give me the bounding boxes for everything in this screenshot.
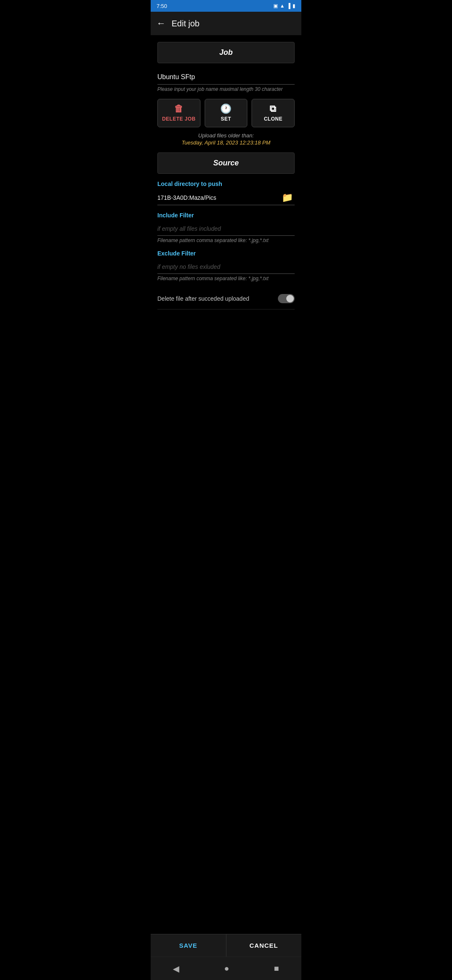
save-button[interactable]: SAVE	[151, 934, 226, 957]
page-title: Edit job	[172, 19, 200, 28]
set-icon: 🕐	[220, 104, 232, 113]
source-section-header: Source	[157, 152, 295, 174]
bottom-buttons: SAVE CANCEL	[151, 934, 301, 957]
include-filter-group: Include Filter Filename pattern comma se…	[157, 212, 295, 243]
delete-file-toggle[interactable]	[278, 294, 295, 303]
local-dir-group: Local directory to push 📁	[157, 181, 295, 205]
clone-label: CLONE	[264, 116, 282, 122]
action-buttons-row: 🗑 DELETE JOB 🕐 SET ⧉ CLONE	[157, 99, 295, 127]
exclude-filter-group: Exclude Filter Filename pattern comma se…	[157, 250, 295, 281]
job-name-group: Please input your job name maximal lengt…	[157, 70, 295, 92]
delete-file-toggle-row: Delete file after succeded uploaded	[157, 288, 295, 309]
local-dir-label: Local directory to push	[157, 181, 295, 187]
dir-input-row: 📁	[157, 191, 295, 205]
job-header-text: Job	[219, 48, 233, 57]
battery-icon: ▮	[293, 3, 295, 9]
folder-picker-button[interactable]: 📁	[280, 191, 295, 205]
toggle-knob	[286, 295, 294, 302]
upload-info-label: Upload files older than:	[157, 132, 295, 139]
nav-recent-button[interactable]: ■	[265, 962, 287, 975]
sim-icon: ▣	[273, 3, 278, 9]
status-icons: ▣ ▲ ▐ ▮	[273, 3, 295, 9]
include-filter-hint: Filename pattern comma separated like: *…	[157, 237, 295, 243]
clone-icon: ⧉	[270, 104, 277, 113]
nav-bar: ◀ ● ■	[151, 957, 301, 980]
job-section-header: Job	[157, 42, 295, 63]
delete-job-label: DELETE JOB	[162, 116, 195, 122]
include-filter-label: Include Filter	[157, 212, 295, 219]
nav-home-button[interactable]: ●	[216, 962, 237, 975]
exclude-filter-hint: Filename pattern comma separated like: *…	[157, 276, 295, 281]
delete-file-label: Delete file after succeded uploaded	[157, 295, 249, 302]
include-filter-input[interactable]	[157, 222, 295, 236]
nav-back-button[interactable]: ◀	[164, 962, 187, 975]
exclude-filter-input[interactable]	[157, 260, 295, 274]
local-dir-input[interactable]	[157, 191, 280, 204]
cancel-button[interactable]: CANCEL	[226, 934, 302, 957]
upload-info: Upload files older than: Tuesday, April …	[157, 132, 295, 146]
clone-button[interactable]: ⧉ CLONE	[252, 99, 295, 127]
job-name-input[interactable]	[157, 70, 295, 85]
status-time: 7:50	[157, 3, 167, 9]
delete-icon: 🗑	[174, 104, 184, 113]
status-bar: 7:50 ▣ ▲ ▐ ▮	[151, 0, 301, 12]
app-bar: ← Edit job	[151, 12, 301, 35]
delete-job-button[interactable]: 🗑 DELETE JOB	[157, 99, 200, 127]
set-button[interactable]: 🕐 SET	[205, 99, 248, 127]
upload-info-date: Tuesday, April 18, 2023 12:23:18 PM	[157, 139, 295, 146]
exclude-filter-label: Exclude Filter	[157, 250, 295, 257]
back-button[interactable]: ←	[157, 19, 166, 28]
main-content: Job Please input your job name maximal l…	[151, 35, 301, 371]
job-name-hint: Please input your job name maximal lengt…	[157, 86, 295, 92]
wifi-icon: ▲	[280, 3, 285, 9]
set-label: SET	[221, 116, 231, 122]
source-header-text: Source	[213, 159, 239, 167]
signal-icon: ▐	[287, 3, 290, 9]
